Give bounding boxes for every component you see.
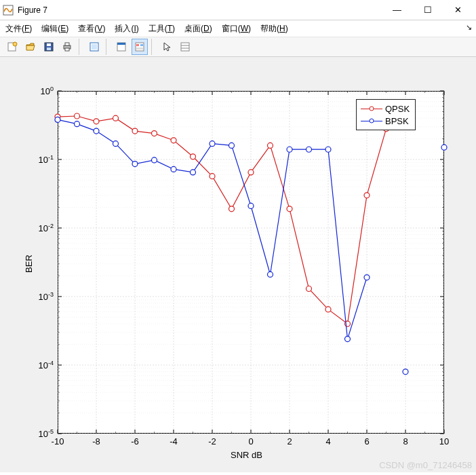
toolbar-separator: [79, 39, 83, 55]
menu-insert[interactable]: 插入(I): [115, 23, 138, 35]
x-tick-label: 4: [321, 436, 335, 446]
svg-rect-4: [47, 43, 51, 46]
menu-window[interactable]: 窗口(W): [222, 23, 251, 35]
legend-item-bpsk[interactable]: BPSK: [361, 115, 410, 127]
plot-svg: [58, 91, 444, 434]
svg-point-238: [229, 142, 235, 148]
menu-file[interactable]: 文件(F): [5, 23, 32, 35]
linkplot-button[interactable]: [113, 39, 130, 55]
toolbar-separator: [106, 39, 110, 55]
minimize-button[interactable]: —: [382, 1, 412, 20]
menu-edit[interactable]: 编辑(E): [41, 23, 68, 35]
svg-rect-5: [47, 48, 51, 50]
svg-point-241: [287, 147, 292, 152]
chart-area: SNR dB BER QPSK BPSK CSDN @m0_71246458 1…: [0, 57, 476, 472]
svg-point-231: [94, 128, 99, 134]
y-tick-label: 10-3: [39, 291, 54, 302]
svg-point-215: [132, 128, 138, 134]
svg-point-222: [268, 142, 273, 148]
legend-label: BPSK: [385, 116, 409, 126]
svg-point-235: [171, 166, 176, 172]
svg-point-233: [132, 162, 138, 167]
titlebar: Figure 7 — ☐ ✕: [0, 0, 476, 20]
inspector-button[interactable]: [177, 39, 193, 55]
svg-point-212: [75, 113, 80, 119]
menu-view[interactable]: 查看(V): [78, 23, 105, 35]
svg-point-216: [152, 131, 157, 136]
svg-rect-17: [181, 43, 189, 51]
x-tick-label: 6: [360, 436, 374, 446]
legend[interactable]: QPSK BPSK: [356, 99, 416, 130]
svg-point-244: [345, 337, 351, 342]
svg-point-237: [210, 141, 215, 147]
svg-point-232: [113, 141, 119, 147]
svg-point-214: [113, 115, 119, 121]
y-tick-label: 100: [41, 86, 54, 96]
menu-help[interactable]: 帮助(H): [260, 23, 288, 35]
svg-point-218: [191, 154, 196, 159]
svg-point-224: [306, 286, 312, 291]
x-tick-label: 2: [283, 436, 296, 446]
svg-point-245: [364, 275, 370, 280]
svg-point-220: [229, 206, 235, 212]
open-button[interactable]: [22, 39, 39, 55]
x-axis-label: SNR dB: [231, 450, 262, 460]
y-tick-label: 10-1: [39, 154, 54, 165]
y-tick-label: 10-4: [39, 360, 54, 370]
toolbar-separator: [151, 39, 155, 55]
print-button[interactable]: [59, 39, 75, 55]
svg-point-227: [364, 193, 370, 198]
svg-point-221: [248, 170, 254, 175]
x-tick-label: 10: [437, 436, 451, 446]
svg-point-242: [306, 147, 312, 152]
menu-desktop[interactable]: 桌面(D): [184, 23, 212, 35]
svg-point-239: [248, 203, 254, 208]
svg-rect-7: [65, 43, 69, 45]
svg-rect-8: [65, 48, 69, 51]
svg-rect-12: [117, 43, 125, 45]
svg-point-234: [152, 157, 157, 163]
menu-overflow-icon[interactable]: ↘: [466, 23, 472, 32]
svg-point-213: [94, 119, 99, 124]
app-icon: [3, 5, 14, 16]
x-tick-label: 0: [244, 436, 258, 446]
watermark: CSDN @m0_71246458: [379, 460, 472, 470]
maximize-button[interactable]: ☐: [412, 1, 443, 20]
menu-tools[interactable]: 工具(T): [148, 23, 175, 35]
legend-label: QPSK: [385, 104, 410, 114]
x-tick-label: -8: [90, 436, 103, 446]
close-button[interactable]: ✕: [443, 1, 473, 20]
svg-point-246: [403, 369, 408, 375]
svg-point-236: [191, 170, 196, 175]
toolbar: [0, 37, 476, 57]
legend-item-qpsk[interactable]: QPSK: [361, 102, 410, 115]
svg-point-229: [55, 117, 60, 122]
data-explorer-button[interactable]: [86, 39, 102, 55]
svg-point-230: [75, 121, 80, 127]
svg-rect-13: [136, 43, 144, 51]
x-tick-label: -4: [167, 436, 180, 446]
svg-point-243: [325, 147, 331, 152]
svg-point-2: [13, 42, 17, 46]
pointer-button[interactable]: [159, 39, 175, 55]
save-button[interactable]: [41, 39, 57, 55]
svg-rect-16: [136, 48, 143, 50]
svg-point-219: [210, 174, 215, 179]
window-controls: — ☐ ✕: [382, 1, 473, 20]
x-tick-label: 8: [399, 436, 412, 446]
svg-point-217: [171, 138, 176, 143]
svg-rect-15: [140, 44, 143, 46]
svg-point-225: [325, 307, 331, 312]
y-axis-label: BER: [24, 254, 34, 273]
svg-rect-10: [92, 44, 97, 50]
svg-point-240: [268, 271, 273, 277]
x-tick-label: -6: [128, 436, 142, 446]
svg-rect-14: [136, 44, 139, 46]
window-title: Figure 7: [18, 5, 382, 15]
x-tick-label: -10: [51, 436, 64, 446]
x-tick-label: -2: [205, 436, 219, 446]
menubar: 文件(F) 编辑(E) 查看(V) 插入(I) 工具(T) 桌面(D) 窗口(W…: [0, 20, 476, 37]
new-figure-button[interactable]: [4, 39, 20, 55]
insert-colorbar-button[interactable]: [132, 39, 148, 55]
svg-point-223: [287, 206, 292, 212]
